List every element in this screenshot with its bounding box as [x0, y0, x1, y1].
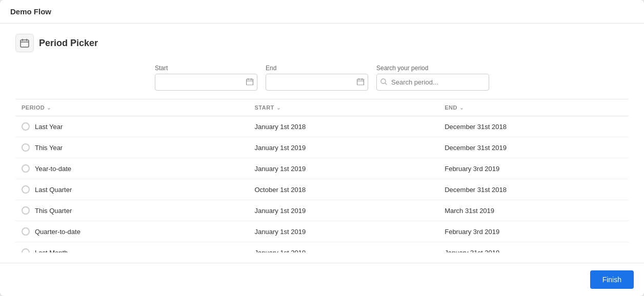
table-row[interactable]: Quarter-to-dateJanuary 1st 2019February …: [15, 221, 629, 242]
search-label: Search your period: [376, 65, 489, 72]
period-cell: Last Year: [15, 116, 248, 137]
period-cell: Last Month: [15, 242, 248, 253]
table-row[interactable]: Last QuarterOctober 1st 2018December 31s…: [15, 179, 629, 200]
end-cell: December 31st 2019: [438, 137, 629, 158]
end-date-input[interactable]: [266, 74, 368, 91]
start-cell: January 1st 2019: [248, 200, 438, 221]
end-field-group: End: [266, 65, 368, 91]
period-name: Quarter-to-date: [35, 228, 80, 236]
table-row[interactable]: Last MonthJanuary 1st 2019January 31st 2…: [15, 242, 629, 253]
period-cell: This Year: [15, 137, 248, 158]
period-radio[interactable]: [22, 248, 30, 252]
table-container: PERIOD ⌄ START ⌄ END: [15, 99, 629, 252]
start-cell: January 1st 2019: [248, 221, 438, 242]
start-field-group: Start: [155, 65, 257, 91]
table-body: Last YearJanuary 1st 2018December 31st 2…: [15, 116, 629, 253]
period-name: This Quarter: [35, 207, 72, 215]
period-name: This Year: [35, 144, 63, 152]
search-field-group: Search your period: [376, 65, 489, 91]
period-cell: Quarter-to-date: [15, 221, 248, 242]
end-cell: December 31st 2018: [438, 179, 629, 200]
end-cell: February 3rd 2019: [438, 158, 629, 179]
start-sort-icon: ⌄: [276, 105, 281, 111]
section-icon: [15, 34, 34, 52]
start-cell: January 1st 2018: [248, 116, 438, 137]
footer: Finish: [0, 263, 644, 296]
end-cell: December 31st 2018: [438, 116, 629, 137]
table-row[interactable]: This YearJanuary 1st 2019December 31st 2…: [15, 137, 629, 158]
period-radio[interactable]: [22, 206, 30, 215]
period-cell: Last Quarter: [15, 179, 248, 200]
window-title: Demo Flow: [10, 7, 51, 16]
period-sort-icon: ⌄: [47, 105, 51, 111]
controls-row: Start End: [15, 65, 629, 91]
table-header-row: PERIOD ⌄ START ⌄ END: [15, 99, 629, 116]
start-cell: October 1st 2018: [248, 179, 438, 200]
end-cell: January 31st 2019: [438, 242, 629, 253]
col-header-end[interactable]: END ⌄: [438, 99, 629, 116]
period-radio[interactable]: [22, 122, 30, 131]
col-header-period[interactable]: PERIOD ⌄: [15, 99, 248, 116]
period-table: PERIOD ⌄ START ⌄ END: [15, 99, 629, 252]
end-label: End: [266, 65, 368, 72]
end-cell: February 3rd 2019: [438, 221, 629, 242]
period-radio[interactable]: [22, 164, 30, 173]
table-row[interactable]: This QuarterJanuary 1st 2019March 31st 2…: [15, 200, 629, 221]
svg-rect-0: [21, 40, 29, 47]
search-wrapper: [376, 74, 489, 91]
content-area: Period Picker Start: [0, 24, 644, 263]
period-name: Last Quarter: [35, 186, 72, 194]
period-radio[interactable]: [22, 227, 30, 236]
table-row[interactable]: Year-to-dateJanuary 1st 2019February 3rd…: [15, 158, 629, 179]
start-cell: January 1st 2019: [248, 137, 438, 158]
period-cell: This Quarter: [15, 200, 248, 221]
section-title: Period Picker: [39, 38, 98, 49]
start-date-input[interactable]: [155, 74, 257, 91]
period-radio[interactable]: [22, 185, 30, 194]
period-radio[interactable]: [22, 143, 30, 152]
start-cell: January 1st 2019: [248, 158, 438, 179]
main-window: Demo Flow Period Picker Start: [0, 0, 644, 296]
search-input[interactable]: [376, 74, 489, 91]
table-row[interactable]: Last YearJanuary 1st 2018December 31st 2…: [15, 116, 629, 137]
finish-button[interactable]: Finish: [590, 270, 634, 289]
start-date-wrapper: [155, 74, 257, 91]
title-bar: Demo Flow: [0, 0, 644, 24]
period-name: Year-to-date: [35, 165, 71, 173]
period-cell: Year-to-date: [15, 158, 248, 179]
end-sort-icon: ⌄: [459, 105, 464, 111]
start-cell: January 1st 2019: [248, 242, 438, 253]
period-name: Last Year: [35, 123, 63, 131]
end-date-wrapper: [266, 74, 368, 91]
end-cell: March 31st 2019: [438, 200, 629, 221]
start-label: Start: [155, 65, 257, 72]
period-name: Last Month: [35, 249, 68, 253]
section-header: Period Picker: [15, 34, 629, 52]
col-header-start[interactable]: START ⌄: [248, 99, 438, 116]
